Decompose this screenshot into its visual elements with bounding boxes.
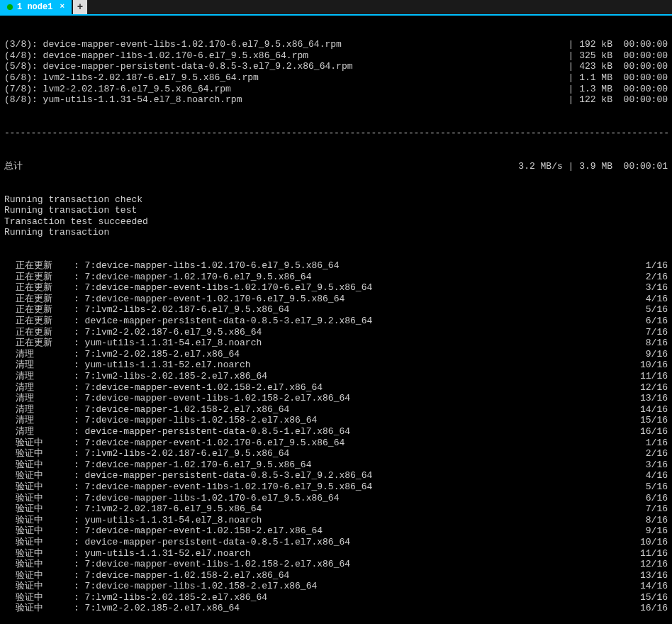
download-file: (8/8): yum-utils-1.1.31-54.el7_8.noarch.… [4,94,242,106]
progress-count: 8/16 [632,515,668,526]
download-file: (5/8): device-mapper-persistent-data-0.8… [4,61,352,72]
download-line: (6/8): lvm2-libs-2.02.187-6.el7_9.5.x86_… [4,72,668,84]
transaction-row: 验证中: 7:lvm2-libs-2.02.187-6.el7_9.5.x86_… [4,448,668,459]
download-stats: | 122 kB 00:00:00 [569,94,668,106]
action-label: 验证中 [4,603,74,614]
package-name: : 7:lvm2-libs-2.02.185-2.el7.x86_64 [74,592,632,603]
progress-count: 8/16 [632,338,668,349]
action-label: 清理 [4,404,74,416]
download-file: (4/8): device-mapper-libs-1.02.170-6.el7… [4,50,308,62]
package-name: : 7:device-mapper-event-libs-1.02.158-2.… [74,559,632,570]
close-icon[interactable]: × [60,2,65,11]
transaction-row: 正在更新: 7:device-mapper-event-1.02.170-6.e… [4,294,668,305]
progress-count: 11/16 [632,548,668,559]
action-label: 验证中 [4,592,74,603]
progress-count: 13/16 [632,570,668,581]
progress-count: 5/16 [632,481,668,493]
transaction-row: 验证中: 7:device-mapper-event-libs-1.02.170… [4,481,668,493]
download-file: (3/8): device-mapper-event-libs-1.02.170… [4,39,342,50]
download-line: (3/8): device-mapper-event-libs-1.02.170… [4,39,668,50]
action-label: 清理 [4,371,74,382]
download-stats: | 325 kB 00:00:00 [569,50,668,62]
action-label: 清理 [4,382,74,394]
transaction-row: 清理: 7:device-mapper-libs-1.02.158-2.el7.… [4,415,668,426]
progress-count: 2/16 [632,448,668,459]
action-label: 验证中 [4,525,74,537]
new-tab-button[interactable]: + [73,0,87,14]
action-label: 正在更新 [4,316,74,327]
action-label: 验证中 [4,581,74,592]
terminal-output[interactable]: (3/8): device-mapper-event-libs-1.02.170… [0,16,672,624]
transaction-row: 清理: 7:device-mapper-event-libs-1.02.158-… [4,393,668,404]
download-line: (7/8): lvm2-2.02.187-6.el7_9.5.x86_64.rp… [4,84,668,95]
stage-line: Running transaction check [4,194,668,206]
progress-count: 1/16 [632,438,668,449]
stage-line: Running transaction [4,227,668,238]
progress-count: 10/16 [632,360,668,371]
action-label: 验证中 [4,448,74,459]
transaction-row: 清理: 7:lvm2-2.02.185-2.el7.x86_649/16 [4,349,668,360]
action-label: 验证中 [4,470,74,481]
transaction-row: 验证中: 7:device-mapper-libs-1.02.158-2.el7… [4,581,668,592]
action-label: 验证中 [4,515,74,526]
progress-count: 3/16 [632,282,668,294]
package-name: : 7:device-mapper-libs-1.02.158-2.el7.x8… [74,415,632,426]
progress-count: 15/16 [632,592,668,603]
download-line: (5/8): device-mapper-persistent-data-0.8… [4,61,668,72]
action-label: 验证中 [4,570,74,581]
transaction-row: 验证中: yum-utils-1.1.31-54.el7_8.noarch8/1… [4,515,668,526]
action-label: 验证中 [4,459,74,471]
action-label: 正在更新 [4,282,74,294]
action-label: 正在更新 [4,338,74,349]
progress-count: 13/16 [632,393,668,404]
transaction-row: 正在更新: 7:device-mapper-1.02.170-6.el7_9.5… [4,272,668,283]
action-label: 验证中 [4,438,74,449]
action-label: 清理 [4,393,74,404]
action-label: 验证中 [4,537,74,548]
action-label: 验证中 [4,559,74,570]
tab-bar: 1 node1 × + [0,0,672,16]
action-label: 正在更新 [4,294,74,305]
progress-count: 5/16 [632,304,668,316]
package-name: : yum-utils-1.1.31-52.el7.noarch [74,360,632,371]
transaction-row: 验证中: 7:lvm2-2.02.187-6.el7_9.5.x86_647/1… [4,503,668,515]
progress-count: 2/16 [632,272,668,283]
total-line: 总计 3.2 MB/s | 3.9 MB 00:00:01 [4,161,668,172]
transaction-row: 验证中: 7:device-mapper-event-1.02.158-2.el… [4,525,668,537]
transaction-row: 正在更新: 7:lvm2-2.02.187-6.el7_9.5.x86_647/… [4,327,668,338]
progress-count: 16/16 [632,426,668,438]
transaction-row: 验证中: 7:device-mapper-event-1.02.170-6.el… [4,438,668,449]
action-label: 正在更新 [4,327,74,338]
tab-label: 1 node1 [17,2,52,12]
package-name: : 7:device-mapper-event-libs-1.02.158-2.… [74,393,632,404]
progress-count: 14/16 [632,581,668,592]
transaction-row: 验证中: 7:lvm2-libs-2.02.185-2.el7.x86_6415… [4,592,668,603]
stage-line: Transaction test succeeded [4,216,668,228]
package-name: : 7:device-mapper-libs-1.02.170-6.el7_9.… [74,493,632,504]
stage-line: Running transaction test [4,205,668,216]
progress-count: 7/16 [632,327,668,338]
progress-count: 12/16 [632,559,668,570]
action-label: 正在更新 [4,304,74,316]
package-name: : 7:device-mapper-event-1.02.170-6.el7_9… [74,294,632,305]
action-label: 验证中 [4,481,74,493]
transaction-row: 验证中: 7:device-mapper-event-libs-1.02.158… [4,559,668,570]
progress-count: 4/16 [632,470,668,481]
transaction-row: 清理: 7:device-mapper-1.02.158-2.el7.x86_6… [4,404,668,416]
package-name: : 7:lvm2-libs-2.02.187-6.el7_9.5.x86_64 [74,448,632,459]
package-name: : 7:lvm2-2.02.185-2.el7.x86_64 [74,603,632,614]
progress-count: 11/16 [632,371,668,382]
transaction-row: 清理: 7:lvm2-libs-2.02.185-2.el7.x86_6411/… [4,371,668,382]
package-name: : 7:device-mapper-1.02.158-2.el7.x86_64 [74,404,632,416]
status-dot-icon [7,4,13,10]
package-name: : 7:lvm2-libs-2.02.187-6.el7_9.5.x86_64 [74,304,632,316]
progress-count: 6/16 [632,493,668,504]
package-name: : device-mapper-persistent-data-0.8.5-1.… [74,537,632,548]
download-stats: | 192 kB 00:00:00 [569,39,668,50]
terminal-tab[interactable]: 1 node1 × [0,0,72,14]
package-name: : yum-utils-1.1.31-52.el7.noarch [74,548,632,559]
action-label: 正在更新 [4,272,74,283]
package-name: : 7:device-mapper-libs-1.02.158-2.el7.x8… [74,581,632,592]
transaction-row: 清理: yum-utils-1.1.31-52.el7.noarch10/16 [4,360,668,371]
package-name: : 7:lvm2-2.02.187-6.el7_9.5.x86_64 [74,327,632,338]
